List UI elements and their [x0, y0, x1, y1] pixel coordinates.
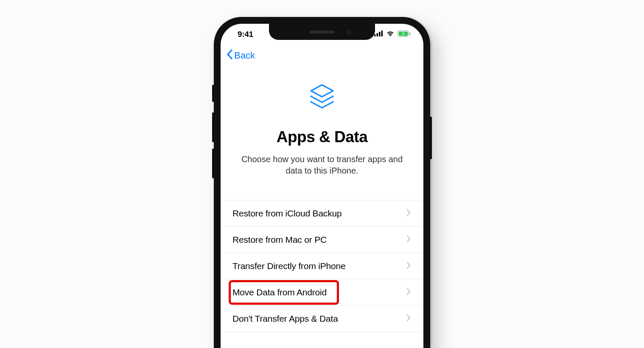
page-title: Apps & Data	[277, 128, 367, 146]
back-button[interactable]: Back	[227, 49, 255, 62]
svg-rect-6	[409, 32, 411, 35]
chevron-right-icon	[406, 287, 411, 298]
power-button	[430, 117, 432, 159]
phone-screen: 9:41	[221, 24, 423, 348]
option-dont-transfer[interactable]: Don't Transfer Apps & Data	[221, 306, 423, 332]
phone-frame: 9:41	[214, 17, 430, 348]
option-restore-mac-pc[interactable]: Restore from Mac or PC	[221, 227, 423, 253]
status-icons	[374, 31, 411, 39]
nav-bar: Back	[221, 45, 423, 66]
speaker-grille	[309, 31, 335, 34]
volume-up-button	[212, 112, 214, 142]
chevron-right-icon	[406, 313, 411, 324]
status-time: 9:41	[233, 30, 253, 39]
svg-rect-3	[381, 31, 383, 36]
page-subtitle: Choose how you want to transfer apps and…	[233, 154, 411, 177]
chevron-right-icon	[406, 234, 411, 245]
options-list: Restore from iCloud Backup Restore from …	[221, 200, 423, 332]
content-area: Apps & Data Choose how you want to trans…	[221, 66, 423, 332]
cellular-signal-icon	[374, 31, 383, 38]
battery-icon	[398, 31, 411, 39]
option-transfer-iphone[interactable]: Transfer Directly from iPhone	[221, 253, 423, 279]
option-restore-icloud[interactable]: Restore from iCloud Backup	[221, 200, 423, 227]
back-label: Back	[234, 50, 255, 61]
option-label: Move Data from Android	[232, 287, 327, 297]
chevron-left-icon	[227, 49, 233, 62]
svg-rect-0	[374, 34, 376, 36]
front-camera	[346, 29, 352, 35]
chevron-right-icon	[406, 208, 411, 219]
stack-icon	[306, 82, 338, 116]
svg-rect-2	[379, 32, 381, 36]
silence-switch	[212, 85, 214, 102]
notch	[269, 24, 375, 40]
wifi-icon	[386, 31, 395, 38]
option-move-android[interactable]: Move Data from Android	[221, 279, 423, 306]
volume-down-button	[212, 149, 214, 178]
option-label: Transfer Directly from iPhone	[232, 261, 346, 271]
svg-rect-1	[377, 33, 378, 36]
option-label: Restore from iCloud Backup	[232, 208, 342, 219]
option-label: Restore from Mac or PC	[232, 235, 327, 245]
chevron-right-icon	[406, 261, 411, 272]
option-label: Don't Transfer Apps & Data	[232, 314, 338, 324]
